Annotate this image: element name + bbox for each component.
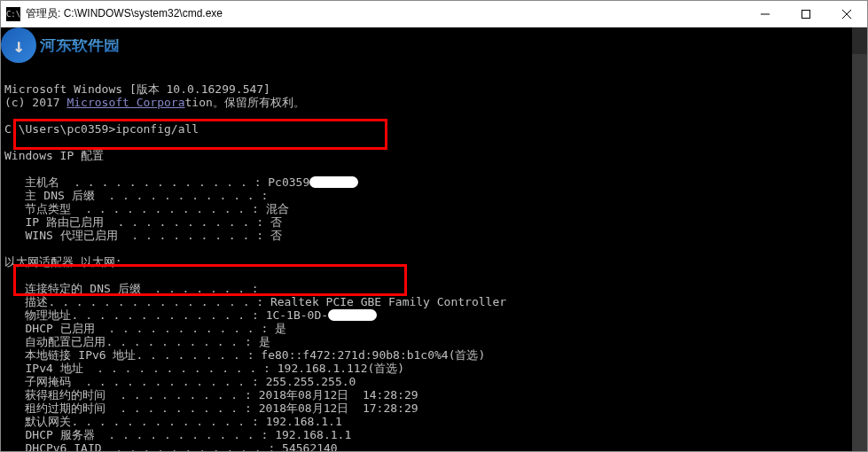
- adapter-row: 租约过期的时间 . . . . . . . . . : 2018年08月12日 …: [4, 401, 864, 415]
- command-text: ipconfig/all: [115, 122, 199, 136]
- adapter-row: IPv4 地址 . . . . . . . . . . . . : 192.16…: [4, 362, 864, 375]
- ethernet-title: 以太网适配器 以太网:: [4, 255, 864, 269]
- close-button[interactable]: [826, 1, 867, 27]
- host-row: IP 路由已启用 . . . . . . . . . . : 否: [4, 215, 864, 229]
- adapter-row: 描述. . . . . . . . . . . . . . . : Realte…: [4, 295, 864, 308]
- adapter-row: 默认网关. . . . . . . . . . . . . : 192.168.…: [4, 415, 864, 428]
- host-row: 主 DNS 后缀 . . . . . . . . . . . :: [4, 189, 864, 202]
- ip-config-title: Windows IP 配置: [4, 149, 864, 162]
- adapter-row: DHCPv6 IAID . . . . . . . . . . . : 5456…: [4, 441, 864, 451]
- adapter-row: 物理地址. . . . . . . . . . . . . : 1C-1B-0D…: [4, 308, 864, 322]
- adapter-row: DHCP 服务器 . . . . . . . . . . . : 192.168…: [4, 428, 864, 441]
- watermark-text: 河东软件园: [40, 39, 120, 52]
- cmd-icon: C:\: [6, 7, 20, 21]
- adapter-row: 本地链接 IPv6 地址. . . . . . . . : fe80::f472…: [4, 348, 864, 362]
- host-row: 主机名 . . . . . . . . . . . . . : Pc0359: [4, 175, 864, 189]
- terminal-output[interactable]: ↓ 河东软件园 Microsoft Windows [版本 10.0.16299…: [1, 27, 867, 451]
- watermark: ↓ 河东软件园: [1, 27, 120, 63]
- window-title: 管理员: C:\WINDOWS\system32\cmd.exe: [26, 6, 745, 21]
- host-row: WINS 代理已启用 . . . . . . . . . : 否: [4, 229, 864, 242]
- window-titlebar: C:\ 管理员: C:\WINDOWS\system32\cmd.exe: [1, 1, 867, 27]
- adapter-row: 自动配置已启用. . . . . . . . . . : 是: [4, 335, 864, 348]
- adapter-row: 子网掩码 . . . . . . . . . . . . : 255.255.2…: [4, 375, 864, 388]
- svg-rect-1: [802, 10, 810, 18]
- host-row: 节点类型 . . . . . . . . . . . . : 混合: [4, 202, 864, 215]
- redacted-hostname: [309, 176, 358, 188]
- adapter-row: 获得租约的时间 . . . . . . . . . : 2018年08月12日 …: [4, 388, 864, 401]
- adapter-row: DHCP 已启用 . . . . . . . . . . . : 是: [4, 322, 864, 335]
- prompt-line: C:\Users\pc0359>ipconfig/all: [4, 122, 864, 136]
- copyright-line: (c) 2017 Microsoft Corporation。保留所有权利。: [4, 96, 864, 109]
- version-line: Microsoft Windows [版本 10.0.16299.547]: [4, 82, 864, 96]
- maximize-button[interactable]: [786, 1, 826, 27]
- scrollbar-thumb[interactable]: [852, 54, 867, 451]
- scrollbar[interactable]: [852, 27, 867, 451]
- redacted-mac: [328, 309, 377, 321]
- watermark-icon: ↓: [1, 27, 36, 63]
- window-controls: [745, 1, 867, 27]
- minimize-button[interactable]: [745, 1, 786, 27]
- corp-link: Microsoft Corpora: [66, 96, 184, 109]
- adapter-row: 连接特定的 DNS 后缀 . . . . . . . :: [4, 282, 864, 295]
